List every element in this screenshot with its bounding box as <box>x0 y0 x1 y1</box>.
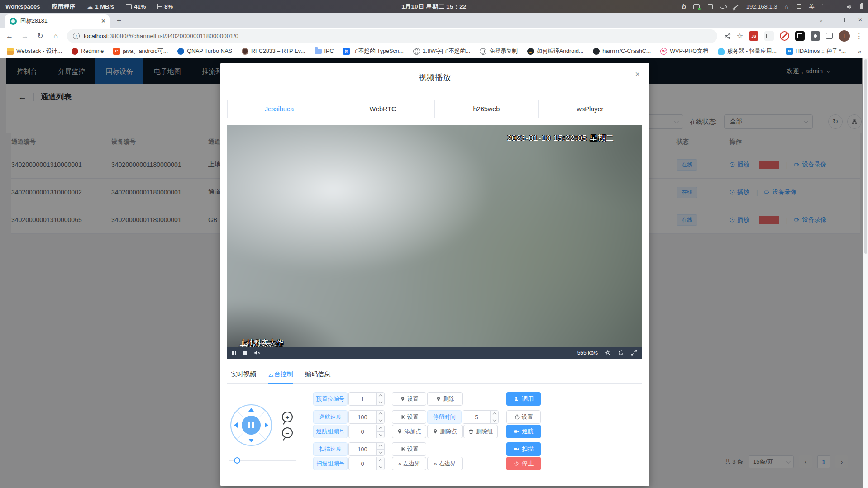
clipboard-tray-icon[interactable] <box>707 4 713 9</box>
ptz-center-button[interactable] <box>242 416 261 435</box>
tab-wsplayer[interactable]: wsPlayer <box>539 100 642 118</box>
extensions-puzzle-icon[interactable] <box>811 31 820 41</box>
number-spinner[interactable] <box>376 425 384 438</box>
scan-speed-input[interactable]: 100 <box>348 442 385 456</box>
spinner-down-icon[interactable] <box>377 449 384 456</box>
ptz-right-icon[interactable] <box>265 422 268 428</box>
spinner-up-icon[interactable] <box>377 425 384 431</box>
url-text[interactable]: localhost:38080/#/channelList/3402000000… <box>84 33 238 39</box>
dialog-close-icon[interactable]: × <box>635 70 640 78</box>
extension-square-icon[interactable] <box>795 31 805 41</box>
delete-point-button[interactable]: 删除点 <box>427 425 463 438</box>
zoom-out-button[interactable]: − <box>282 427 293 438</box>
player-refresh-icon[interactable] <box>618 350 624 356</box>
ptz-direction-pad[interactable] <box>230 404 272 446</box>
reload-icon[interactable]: ↻ <box>34 32 46 40</box>
cruise-speed-set-button[interactable]: 设置 <box>392 410 426 424</box>
spinner-down-icon[interactable] <box>377 417 384 424</box>
windows-tray-icon[interactable] <box>796 4 801 9</box>
bookmark-item[interactable]: 1.8W字|了不起的... <box>413 47 470 55</box>
scan-start-button[interactable]: 扫描 <box>506 442 541 456</box>
bing-tray-icon[interactable]: b <box>682 3 686 10</box>
display-tray-icon[interactable] <box>833 5 839 9</box>
spinner-up-icon[interactable] <box>377 393 384 399</box>
cruise-group-input[interactable]: 0 <box>348 425 385 438</box>
bookmark-item[interactable]: 如何编译Android... <box>527 47 584 55</box>
bookmark-folder[interactable]: IPC <box>315 48 334 54</box>
stop-icon[interactable] <box>243 351 247 355</box>
tab-ptz-control[interactable]: 云台控制 <box>268 365 293 383</box>
forward-icon[interactable]: → <box>19 32 31 40</box>
back-icon[interactable]: ← <box>4 32 15 40</box>
ptz-speed-slider[interactable] <box>229 457 296 464</box>
profile-avatar[interactable]: l <box>839 30 850 42</box>
number-spinner[interactable] <box>376 457 384 470</box>
bookmark-item[interactable]: Cjava、android可... <box>113 47 168 55</box>
preset-number-input[interactable]: 1 <box>348 392 385 406</box>
fullscreen-icon[interactable] <box>631 350 637 356</box>
tab-jessibuca[interactable]: Jessibuca <box>228 100 331 118</box>
share-icon[interactable] <box>725 33 731 39</box>
preset-set-button[interactable]: 设置 <box>392 392 426 406</box>
bookmark-item[interactable]: Webstack - 设计... <box>7 47 62 55</box>
tab-h265web[interactable]: h265web <box>435 100 539 118</box>
tab-close-icon[interactable]: ✕ <box>101 18 106 24</box>
home-tray-icon[interactable]: ⌂ <box>785 3 788 10</box>
spinner-down-icon[interactable] <box>491 417 498 424</box>
number-spinner[interactable] <box>376 411 384 423</box>
scan-group-input[interactable]: 0 <box>348 457 385 470</box>
bookmark-item[interactable]: NHDAtmos :: 种子 *... <box>786 47 846 55</box>
number-spinner[interactable] <box>376 443 384 455</box>
tab-webrtc[interactable]: WebRTC <box>331 100 435 118</box>
window-close-icon[interactable]: ✕ <box>858 17 863 23</box>
scan-speed-set-button[interactable]: 设置 <box>392 442 426 456</box>
preset-delete-button[interactable]: 删除 <box>427 392 463 406</box>
number-spinner[interactable] <box>376 393 384 405</box>
clock[interactable]: 1月10日 星期二 15：22 <box>401 3 466 11</box>
bookmark-item[interactable]: 免登录复制 <box>480 47 518 55</box>
right-border-button[interactable]: »右边界 <box>427 457 463 470</box>
spinner-down-icon[interactable] <box>377 464 384 470</box>
caffeine-tray-icon[interactable] <box>720 5 725 9</box>
stay-time-input[interactable]: 5 <box>463 410 499 424</box>
page-scrollbar[interactable] <box>863 58 868 488</box>
bookmark-item[interactable]: 知了不起的 TypeScri... <box>343 47 404 55</box>
mute-icon[interactable] <box>254 350 260 356</box>
spinner-up-icon[interactable] <box>377 457 384 464</box>
phone-tray-icon[interactable] <box>822 4 825 9</box>
slider-handle[interactable] <box>234 457 240 464</box>
bookmark-item[interactable]: hairrrrr/C-CrashC... <box>593 48 651 55</box>
spinner-down-icon[interactable] <box>377 431 384 438</box>
tab-encoding-info[interactable]: 编码信息 <box>305 365 330 383</box>
bookmark-item[interactable]: WWVP-PRO文档 <box>660 47 708 55</box>
window-menu-icon[interactable]: ⌄ <box>819 17 823 23</box>
browser-menu-icon[interactable]: ⋮ <box>856 32 863 40</box>
preset-call-button[interactable]: 调用 <box>506 392 541 406</box>
extension-blocker-icon[interactable] <box>780 31 789 41</box>
left-border-button[interactable]: «左边界 <box>392 457 426 470</box>
ptz-stop-button[interactable]: 停止 <box>506 457 541 470</box>
applications-menu[interactable]: 应用程序 <box>52 3 75 11</box>
number-spinner[interactable] <box>490 411 498 423</box>
tools-tray-icon[interactable] <box>733 4 739 10</box>
address-bar[interactable]: i localhost:38080/#/channelList/34020000… <box>67 29 717 43</box>
window-maximize-icon[interactable] <box>844 18 849 22</box>
input-method-indicator[interactable]: 英 <box>809 3 815 11</box>
pause-icon[interactable] <box>232 351 236 355</box>
tab-live-video[interactable]: 实时视频 <box>231 365 256 383</box>
delete-group-button[interactable]: 删除组 <box>463 425 498 438</box>
scrollbar-thumb[interactable] <box>864 59 867 254</box>
spinner-up-icon[interactable] <box>491 411 498 417</box>
volume-tray-icon[interactable] <box>846 4 853 10</box>
bookmark-item[interactable]: RFC2833 – RTP Ev... <box>242 48 305 55</box>
bookmark-item[interactable]: QNAP Turbo NAS <box>177 48 232 55</box>
stay-time-set-button[interactable]: 设置 <box>506 410 541 424</box>
bookmark-item[interactable]: 服务器 - 轻量应用... <box>718 47 777 55</box>
app-indicator-icon[interactable] <box>693 4 700 9</box>
bookmark-item[interactable]: Redmine <box>72 48 104 55</box>
ptz-up-icon[interactable] <box>248 408 254 412</box>
bookmark-star-icon[interactable]: ☆ <box>737 32 743 40</box>
site-info-icon[interactable]: i <box>73 33 80 39</box>
spinner-down-icon[interactable] <box>377 399 384 406</box>
browser-tab[interactable]: 国标28181 ✕ <box>5 14 110 28</box>
